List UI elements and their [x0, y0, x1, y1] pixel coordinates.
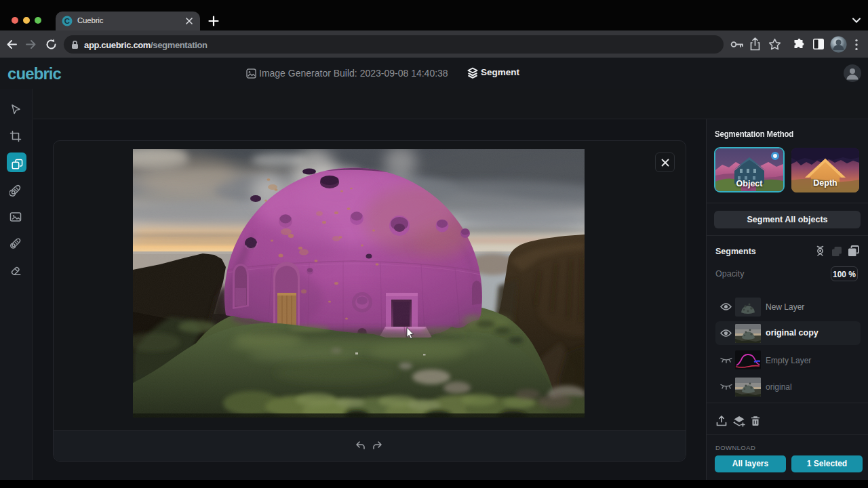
svg-text:C: C [64, 17, 70, 25]
